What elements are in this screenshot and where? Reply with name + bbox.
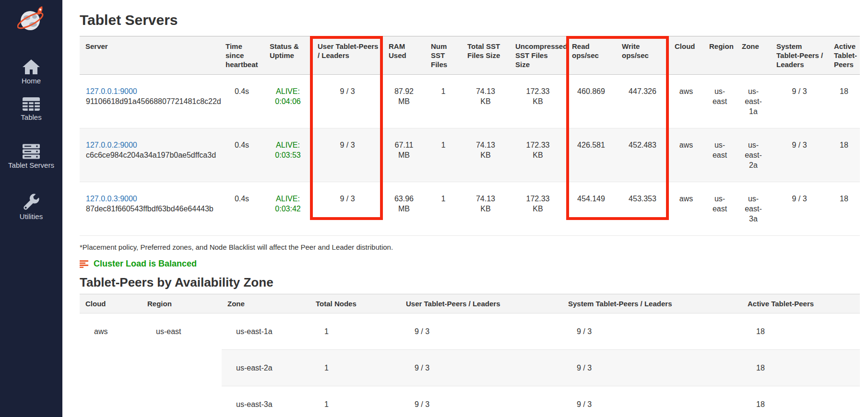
heartbeat-cell: 0.4s: [220, 182, 264, 236]
num-sst-cell: 1: [425, 75, 462, 128]
col-header-heartbeat: Time since heartbeat: [220, 36, 264, 75]
tables-icon: [22, 97, 40, 111]
sidebar-item-label: Tables: [21, 114, 41, 121]
sidebar-item-home[interactable]: Home: [0, 58, 62, 84]
col-header-system-peers: System Tablet-Peers / Leaders: [771, 36, 828, 75]
write-ops-cell: 447.326: [616, 75, 669, 128]
sidebar-item-tables[interactable]: Tables: [0, 97, 62, 121]
total-sst-cell: 74.13KB: [462, 128, 510, 182]
active-peers-cell: 18: [828, 75, 860, 128]
system-peers-cell: 9 / 3: [771, 182, 828, 236]
cloud-cell: aws: [669, 75, 703, 128]
server-cell: 127.0.0.1:9000 91106618d91a4566880772148…: [80, 75, 220, 128]
col-header-zone: Zone: [222, 294, 310, 313]
num-sst-cell: 1: [425, 128, 462, 182]
status-cell: ALIVE: 0:03:53: [264, 128, 312, 182]
cloud-cell: aws: [669, 128, 703, 182]
sidebar-item-label: Tablet Servers: [8, 162, 54, 169]
tablet-servers-icon: [22, 144, 40, 159]
system-peers-cell: 9 / 3: [562, 313, 742, 350]
col-header-cloud: Cloud: [669, 36, 703, 75]
load-balancer-bars-icon: [80, 260, 89, 268]
col-header-uncompressed-sst: Uncompressed SST Files Size: [510, 36, 566, 75]
system-peers-cell: 9 / 3: [562, 386, 742, 417]
col-header-region: Region: [703, 36, 736, 75]
col-header-zone: Zone: [736, 36, 771, 75]
uncompressed-sst-cell: 172.33KB: [510, 75, 566, 128]
col-header-user-peers: User Tablet-Peers / Leaders: [400, 294, 562, 313]
write-ops-cell: 453.353: [616, 182, 669, 236]
zone-cell: us-east-3a: [222, 386, 310, 417]
ram-cell: 63.96MB: [383, 182, 425, 236]
total-nodes-cell: 1: [310, 386, 400, 417]
server-link[interactable]: 127.0.0.1:9000: [86, 87, 137, 95]
col-header-total-sst: Total SST Files Size: [462, 36, 510, 75]
uncompressed-sst-cell: 172.33KB: [510, 182, 566, 236]
num-sst-cell: 1: [425, 182, 462, 236]
heartbeat-cell: 0.4s: [220, 128, 264, 182]
col-header-cloud: Cloud: [80, 294, 142, 313]
sidebar-item-utilities[interactable]: Utilities: [0, 193, 62, 220]
utilities-wrench-icon: [23, 193, 40, 210]
zone-cell: us-east-3a: [736, 182, 771, 236]
uptime: 0:04:06: [267, 96, 309, 106]
system-peers-cell: 9 / 3: [771, 128, 828, 182]
cluster-load-status: Cluster Load is Balanced: [80, 259, 197, 269]
server-cell: 127.0.0.3:9000 87dec81f660543ffbdf63bd46…: [80, 182, 220, 236]
app-logo[interactable]: [0, 5, 62, 33]
col-header-system-peers: System Tablet-Peers / Leaders: [562, 294, 742, 313]
main-content: Tablet Servers Server Time since heartbe…: [62, 0, 868, 417]
write-ops-cell: 452.483: [616, 128, 669, 182]
uncompressed-sst-cell: 172.33KB: [510, 128, 566, 182]
sidebar-item-label: Home: [22, 77, 41, 84]
user-peers-cell: 9 / 3: [312, 75, 383, 128]
status-alive: ALIVE:: [267, 140, 309, 150]
home-icon: [22, 58, 40, 75]
ram-cell: 67.11MB: [383, 128, 425, 182]
user-peers-cell: 9 / 3: [400, 386, 562, 417]
col-header-server: Server: [80, 36, 220, 75]
tablet-servers-page: Home Tables: [0, 0, 868, 417]
page-title: Tablet Servers: [80, 12, 178, 28]
zone-cell: us-east-1a: [222, 313, 310, 350]
read-ops-cell: 454.149: [566, 182, 616, 236]
user-peers-cell: 9 / 3: [312, 182, 383, 236]
cluster-load-text: Cluster Load is Balanced: [94, 259, 197, 269]
region-cell: us-east: [703, 128, 736, 182]
zone-cell: us-east-2a: [222, 350, 310, 386]
sidebar-item-label: Utilities: [20, 213, 43, 220]
status-cell: ALIVE: 0:03:42: [264, 182, 312, 236]
table-header-row: Server Time since heartbeat Status & Upt…: [80, 36, 860, 75]
active-peers-cell: 18: [828, 182, 860, 236]
col-header-active-peers: Active Tablet-Peers: [828, 36, 860, 75]
col-header-write-ops: Write ops/sec: [616, 36, 669, 75]
col-header-ram: RAM Used: [383, 36, 425, 75]
uptime: 0:03:53: [267, 150, 309, 160]
col-header-num-sst: Num SST Files: [425, 36, 462, 75]
table-row: 127.0.0.2:9000 c6c6ce984c204a34a197b0ae5…: [80, 128, 860, 182]
region-cell: us-east: [703, 75, 736, 128]
server-uuid: 87dec81f660543ffbdf63bd46e64443b: [86, 204, 217, 214]
server-link[interactable]: 127.0.0.3:9000: [86, 195, 137, 203]
sidebar: Home Tables: [0, 0, 62, 417]
col-header-region: Region: [142, 294, 222, 313]
server-uuid: c6c6ce984c204a34a197b0ae5dffca3d: [86, 150, 217, 160]
system-peers-cell: 9 / 3: [771, 75, 828, 128]
active-peers-cell: 18: [742, 350, 860, 386]
zone-cell: us-east-1a: [736, 75, 771, 128]
table-header-row: Cloud Region Zone Total Nodes User Table…: [80, 294, 860, 313]
user-peers-cell: 9 / 3: [400, 350, 562, 386]
read-ops-cell: 460.869: [566, 75, 616, 128]
active-peers-cell: 18: [828, 128, 860, 182]
total-sst-cell: 74.13KB: [462, 75, 510, 128]
planet-rocket-logo-icon: [17, 5, 45, 33]
table-row: 127.0.0.3:9000 87dec81f660543ffbdf63bd46…: [80, 182, 860, 236]
active-peers-cell: 18: [742, 313, 860, 350]
server-link[interactable]: 127.0.0.2:9000: [86, 141, 137, 149]
read-ops-cell: 426.581: [566, 128, 616, 182]
sidebar-item-tablet-servers[interactable]: Tablet Servers: [0, 144, 62, 169]
col-header-active-peers: Active Tablet-Peers: [742, 294, 860, 313]
az-section-title: Tablet-Peers by Availability Zone: [80, 275, 273, 290]
table-row: aws us-east us-east-1a 1 9 / 3 9 / 3 18: [80, 313, 860, 350]
total-nodes-cell: 1: [310, 350, 400, 386]
